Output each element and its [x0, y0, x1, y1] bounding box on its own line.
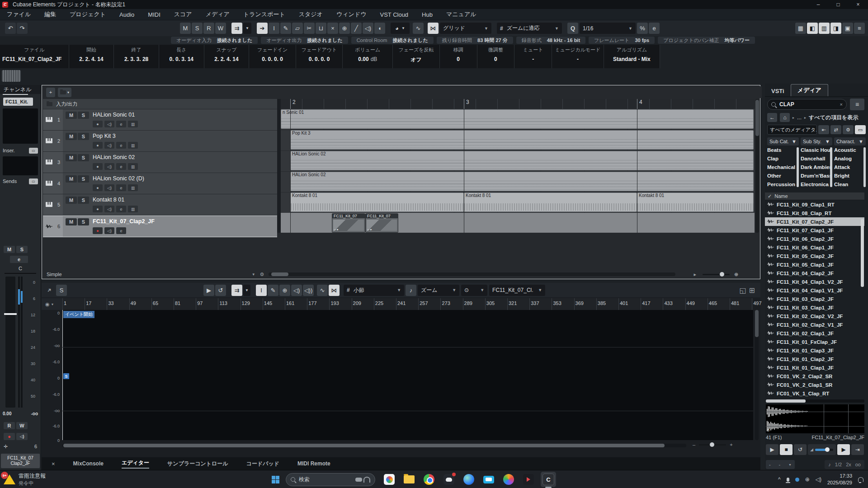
- filters-view-button[interactable]: ▭: [855, 125, 866, 134]
- write-automation-button[interactable]: W: [16, 422, 28, 429]
- menu-編集[interactable]: 編集: [38, 9, 63, 20]
- edit-channel-button[interactable]: e: [10, 256, 28, 263]
- track-solo-button[interactable]: S: [78, 218, 89, 225]
- editor-zoom-in-icon[interactable]: +: [730, 442, 732, 447]
- volume-icon[interactable]: ◁): [816, 476, 821, 483]
- inspector-channel-tab[interactable]: チャンネル: [0, 85, 41, 94]
- filter-column-header[interactable]: Sub Sty.▼: [801, 137, 832, 145]
- file-row[interactable]: FC11_Kit_05_Clap2_JF: [765, 252, 864, 260]
- previewer-waveform[interactable]: 0: [766, 404, 864, 433]
- menu-メディア[interactable]: メディア: [199, 9, 236, 20]
- microphone-icon[interactable]: [787, 478, 789, 482]
- filter-column-header[interactable]: Charact.▼: [834, 137, 866, 145]
- mute-tool[interactable]: ×: [327, 23, 338, 34]
- results-name-header[interactable]: ✓ Name: [765, 192, 864, 200]
- track-settings-gear-icon[interactable]: ⚙: [260, 272, 264, 277]
- global-s-button[interactable]: S: [192, 23, 203, 34]
- midi-event[interactable]: Pop Kit 3: [290, 130, 754, 150]
- undo-button[interactable]: ↶: [5, 23, 16, 34]
- infoline-field-3[interactable]: 長さ0. 0. 3. 14: [159, 45, 204, 68]
- discord-icon[interactable]: [441, 472, 457, 487]
- channel-solo-button[interactable]: S: [16, 246, 28, 253]
- record-enable-button[interactable]: ●: [93, 163, 103, 170]
- peak-level-value[interactable]: -oo: [31, 411, 38, 416]
- record-enable-button[interactable]: ●: [93, 121, 103, 127]
- filter-item-Analog[interactable]: Analog: [834, 154, 866, 163]
- read-automation-button[interactable]: R: [4, 422, 15, 429]
- menu-VST Cloud[interactable]: VST Cloud: [373, 9, 415, 20]
- instrument-icon[interactable]: ▥: [128, 163, 138, 170]
- align-beats-button[interactable]: ⇥: [851, 444, 864, 455]
- listen-icon[interactable]: ✛: [4, 444, 8, 450]
- copilot-icon[interactable]: [501, 472, 516, 487]
- tracklist-splitter[interactable]: [277, 99, 281, 233]
- record-enable-button[interactable]: ●: [93, 206, 103, 212]
- filter-item-Clean[interactable]: Clean: [834, 180, 866, 188]
- pan-track[interactable]: [5, 273, 36, 274]
- tab-サンプラーコントロール[interactable]: サンプラーコントロール: [167, 460, 228, 468]
- track-mute-button[interactable]: M: [66, 112, 77, 119]
- media-player-icon[interactable]: [521, 472, 536, 487]
- status-残り録音時間[interactable]: 残り録音時間83 時間 27 分: [437, 37, 513, 44]
- track-solo-button[interactable]: S: [78, 175, 89, 183]
- infoline-field-0[interactable]: ファイルFC11_Kit_07_Clap2_JF: [0, 45, 69, 68]
- line-tool[interactable]: ╱: [351, 23, 362, 34]
- range-select-tool[interactable]: I: [269, 23, 279, 34]
- status-フレームレート[interactable]: フレームレート30 fps: [589, 37, 655, 44]
- pan-control[interactable]: C: [0, 266, 41, 271]
- record-enable-button[interactable]: ●: [93, 184, 103, 191]
- media-search-input[interactable]: [778, 101, 830, 108]
- filter-item-Other[interactable]: Other: [767, 171, 799, 180]
- midi-event[interactable]: HALion Sonic 02: [290, 172, 754, 191]
- project-vertical-scrollbar-thumb[interactable]: [755, 100, 759, 136]
- file-row[interactable]: FC11_Kit_03_Clap2_JF: [765, 295, 864, 303]
- snap-zero-crossing-button[interactable]: ∿: [317, 285, 328, 296]
- track-mute-button[interactable]: M: [66, 175, 77, 183]
- lower-zone-close-icon[interactable]: ×: [52, 460, 55, 467]
- zone-preset-label[interactable]: Simple: [47, 272, 62, 277]
- sends-edit-icon[interactable]: ▭: [29, 178, 38, 184]
- color-menu-button[interactable]: ◕▼: [391, 23, 410, 34]
- track-solo-button[interactable]: S: [78, 133, 89, 140]
- menu-Audio[interactable]: Audio: [113, 9, 141, 20]
- editor-horizontal-scrollbar-thumb[interactable]: [63, 444, 665, 447]
- preview-tempo-display[interactable]: - - ▼: [766, 460, 795, 469]
- editor-preview-dropdown[interactable]: ⊙▼: [461, 285, 487, 296]
- monitor-button[interactable]: ◁): [104, 206, 114, 212]
- instrument-icon[interactable]: ▥: [128, 142, 138, 149]
- editor-autoscroll-button[interactable]: ⇉: [231, 285, 242, 296]
- monitor-button[interactable]: ◁): [104, 227, 114, 234]
- results-horizontal-scrollbar-thumb[interactable]: [766, 399, 806, 403]
- musical-mode-note-button[interactable]: ♪: [406, 285, 416, 296]
- editor-grid-dropdown[interactable]: #小節▼: [344, 285, 404, 296]
- iterative-quantize-button[interactable]: %: [637, 23, 648, 34]
- breadcrumb-dots[interactable]: ...: [797, 114, 802, 121]
- audio-event[interactable]: FC11_Kit_07▱ ▸: [365, 213, 398, 233]
- infoline-field-11[interactable]: ミュート-: [514, 45, 552, 68]
- right-zone-button[interactable]: ◨: [830, 23, 841, 34]
- taskbar-search-box[interactable]: 検索: [286, 473, 375, 486]
- menu-マニュアル[interactable]: マニュアル: [439, 9, 483, 20]
- tab-MIDI Remote[interactable]: MIDI Remote: [297, 460, 330, 467]
- record-enable-button[interactable]: ●: [93, 142, 103, 149]
- file-row[interactable]: FC11_Kit_04_Clap1_V2_JF: [765, 277, 864, 286]
- scroll-right-arrow[interactable]: ▸: [693, 272, 696, 277]
- infoline-field-4[interactable]: スナップ2. 2. 4. 14: [204, 45, 250, 68]
- infoline-field-6[interactable]: フェードアウト0. 0. 0. 0: [296, 45, 343, 68]
- menu-トランスポート[interactable]: トランスポート: [236, 9, 292, 20]
- filter-item-Clap[interactable]: Clap: [767, 154, 799, 163]
- filter-item-Attack[interactable]: Attack: [834, 163, 866, 171]
- global-r-button[interactable]: R: [203, 23, 214, 34]
- autoscroll-button[interactable]: ⇉: [231, 23, 242, 34]
- record-enable-button[interactable]: ●: [4, 433, 15, 440]
- track-row-6[interactable]: 6MSFC11_Kit_07_Clap2_JF●◁)e: [43, 216, 277, 237]
- tape-mode-icon[interactable]: oo: [855, 462, 861, 467]
- edit-channel-button[interactable]: e: [116, 227, 126, 234]
- media-list-view-button[interactable]: ≡: [850, 99, 864, 110]
- file-row[interactable]: FC11_Kit_07_Clap1_JF: [765, 226, 864, 235]
- editor-waveform-display[interactable]: イベント開始 S: [62, 310, 753, 440]
- editor-pointer-icon[interactable]: ➔: [46, 286, 53, 294]
- edge-icon[interactable]: [461, 472, 476, 487]
- draw-tool[interactable]: ✎: [280, 23, 291, 34]
- global-w-button[interactable]: W: [215, 23, 226, 34]
